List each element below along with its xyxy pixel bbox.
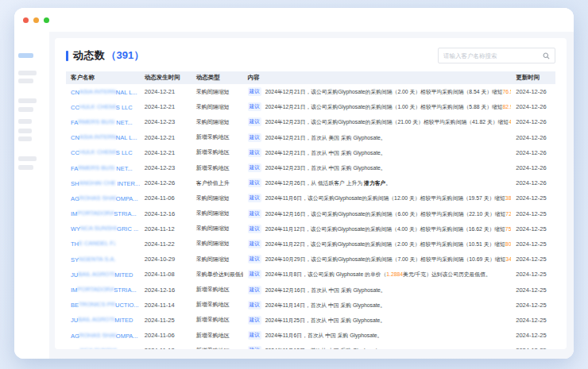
suggestion-badge[interactable]: 建议 [248, 179, 261, 187]
sidebar-item[interactable] [18, 156, 37, 161]
maximize-window-icon[interactable] [44, 17, 49, 23]
suggestion-badge[interactable]: 建议 [248, 255, 261, 263]
customer-search-box[interactable] [438, 48, 555, 63]
customer-name-masked: TRONICS PROD [79, 301, 115, 309]
event-date: 2024-11-12 [140, 221, 191, 236]
event-date: 2024-12-21 [140, 84, 191, 99]
event-type: 新增采购地区 [191, 313, 243, 328]
event-date: 2024-11-22 [140, 236, 191, 252]
customer-name-suffix: S LLC [116, 149, 133, 156]
event-date: 2024-12-21 [140, 145, 191, 160]
content-segment: 75.93% [505, 226, 511, 232]
update-date: 2024-12-25 [511, 206, 555, 221]
customer-name-suffix: MITED [114, 317, 133, 324]
customer-name-link[interactable]: IMPORTADORA INDUSTRIA... [66, 282, 140, 297]
customer-name-prefix: CC [71, 104, 79, 111]
suggestion-badge[interactable]: 建议 [248, 316, 261, 325]
suggestion-badge[interactable]: 建议 [248, 225, 261, 233]
table-row: WYNCA SUNSHINE AGRIC ...2024-11-12新增采购地区… [66, 343, 555, 349]
table-row: AGROHAS SHANG COMPA...2024-11-06新增采购地区建议… [66, 328, 555, 343]
suggestion-badge[interactable]: 建议 [248, 301, 261, 309]
close-window-icon[interactable] [23, 17, 29, 23]
customer-name-masked: BAIL AGROTEC LI [78, 271, 114, 279]
sidebar-item[interactable] [18, 98, 37, 103]
event-date: 2024-11-14 [140, 298, 191, 313]
suggestion-badge[interactable]: 建议 [248, 163, 261, 172]
search-icon[interactable] [543, 52, 550, 60]
customer-name-link[interactable]: WYNCA SUNSHINE AGRIC ... [66, 343, 140, 349]
event-content: 建议2024年12月21日，该公司采购Glyphosate的采购间隔（2.00 … [243, 84, 511, 99]
customer-name-masked: ASIA INTERNATIO [79, 133, 116, 141]
event-type: 采购间隔缩短 [191, 221, 243, 236]
suggestion-badge[interactable]: 建议 [248, 286, 261, 294]
sidebar-item-active[interactable] [18, 53, 33, 58]
customer-name-link[interactable]: AGROHAS SHANG COMPA... [66, 190, 140, 206]
customer-name-prefix: IM [71, 210, 77, 217]
sidebar-item[interactable] [18, 165, 33, 170]
table-row: IMPORTADORA INDUSTRIA...2024-12-16采购间隔缩短… [66, 206, 555, 221]
customer-name-link[interactable]: JUBAIL AGROTEC LIMITED [66, 313, 140, 328]
col-header-event-type: 动态类型 [191, 71, 243, 84]
customer-name-link[interactable]: SYNGENTA S.A. [66, 252, 140, 267]
sidebar-item[interactable] [18, 136, 32, 141]
table-row: WYNCA SUNSHINE AGRIC ...2024-11-12采购间隔缩短… [66, 221, 555, 236]
customer-name-link[interactable]: AGROHAS SHANG COMPA... [66, 328, 140, 343]
update-date: 2024-12-25 [511, 313, 555, 328]
customer-name-link[interactable]: FARMERS BUSINESS NET... [66, 114, 140, 129]
customer-name-link[interactable]: WYNCA SUNSHINE AGRIC ... [66, 221, 140, 236]
suggestion-badge[interactable]: 建议 [248, 133, 261, 142]
customer-name-link[interactable]: CNASIA INTERNATIONAL L... [66, 130, 140, 145]
traffic-lights [23, 17, 49, 23]
customer-name-masked: RMERS BUSINESS [78, 164, 114, 172]
event-content: 建议2024年11月12日，首次从 中国 采购 Glyphosate。 [243, 343, 511, 349]
sidebar-item[interactable] [18, 79, 33, 83]
app-window: 动态数 （391） [14, 8, 574, 359]
content-segment: 72.85% [505, 211, 511, 217]
suggestion-badge[interactable]: 建议 [248, 87, 261, 96]
suggestion-badge[interactable]: 建议 [248, 209, 261, 218]
event-type: 新增采购地区 [191, 282, 243, 297]
customer-name-suffix: MITED [114, 271, 133, 279]
update-date: 2024-12-25 [511, 343, 555, 349]
suggestion-badge[interactable]: 建议 [248, 102, 261, 111]
customer-name-link[interactable]: IMPORTADORA INDUSTRIA... [66, 206, 140, 221]
content-segment: 2024年12月21日，该公司采购Glyphosate的采购间隔（2.00 天）… [265, 89, 503, 94]
table-row: SHANGHAI CHEM CO INTER...2024-12-26客户价值上… [66, 175, 555, 190]
event-date: 2024-12-26 [140, 175, 191, 190]
content-segment: 38.67% [505, 195, 511, 201]
customer-name-masked: HULK CHEMICAL [79, 148, 116, 156]
minimize-window-icon[interactable] [33, 17, 39, 23]
suggestion-badge[interactable]: 建议 [248, 331, 261, 340]
sidebar-item[interactable] [18, 129, 32, 133]
customer-name-link[interactable]: CCHULK CHEMICALS LLC [66, 99, 140, 114]
content-segment: 76.57% [503, 89, 512, 94]
content-segment: 2024年11月22日，该公司采购Glyphosate的采购间隔（2.00 天）… [265, 241, 505, 247]
update-date: 2024-12-26 [511, 130, 555, 145]
suggestion-badge[interactable]: 建议 [248, 240, 261, 248]
event-content: 建议2024年11月6日，该公司采购Glyphosate的采购间隔（12.00 … [243, 190, 511, 206]
search-input[interactable] [443, 52, 543, 60]
suggestion-badge[interactable]: 建议 [248, 117, 261, 126]
customer-name-link[interactable]: BETRONICS PRODUCTIO... [66, 298, 140, 313]
event-type: 新增采购地区 [191, 328, 243, 343]
customer-name-link[interactable]: JUBAIL AGROTEC LIMITED [66, 267, 140, 282]
customer-name-link[interactable]: THE CANDEL FZE [66, 236, 140, 252]
customer-name-suffix: UCTIO... [115, 302, 139, 309]
customer-name-masked: PORTADORA INDU [77, 209, 114, 217]
sidebar-item[interactable] [18, 119, 32, 124]
update-date: 2024-12-26 [511, 175, 555, 190]
suggestion-badge[interactable]: 建议 [248, 194, 261, 202]
suggestion-badge[interactable]: 建议 [248, 346, 261, 349]
sidebar-item[interactable] [18, 71, 37, 75]
customer-name-link[interactable]: SHANGHAI CHEM CO INTER... [66, 175, 140, 190]
sidebar-item[interactable] [18, 107, 33, 112]
suggestion-badge[interactable]: 建议 [248, 148, 261, 157]
suggestion-badge[interactable]: 建议 [248, 270, 261, 279]
table-row: BETRONICS PRODUCTIO...2024-11-14新增采购地区建议… [66, 298, 555, 313]
customer-name-link[interactable]: CNASIA INTERNATIONAL L... [66, 84, 140, 99]
customer-name-link[interactable]: FARMERS BUSINESS NET... [66, 160, 140, 175]
customer-name-link[interactable]: CCHULK CHEMICALS LLC [66, 145, 140, 160]
customer-name-masked: HULK CHEMICAL [79, 103, 116, 111]
event-content: 建议2024年12月23日，该公司采购Glyphosate的采购间隔（21.00… [243, 114, 511, 129]
event-type: 采购间隔缩短 [191, 236, 243, 252]
